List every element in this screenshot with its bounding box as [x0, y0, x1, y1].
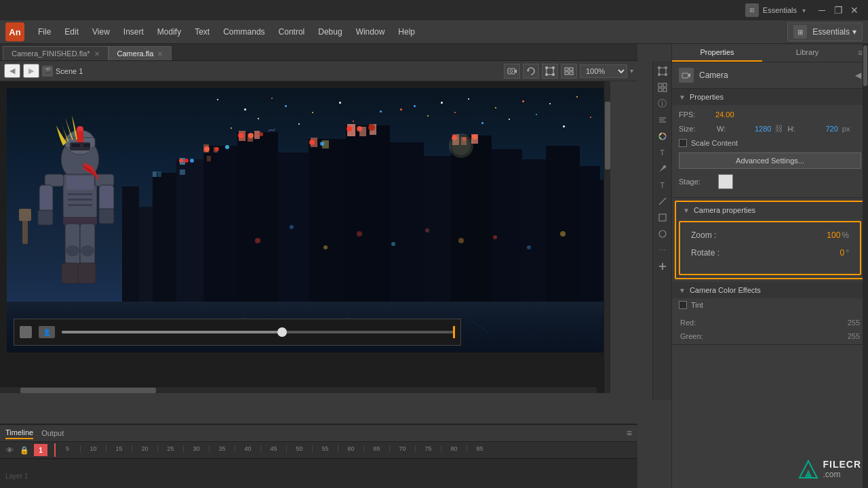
grid-panel-btn[interactable]: [655, 80, 670, 95]
panel-expand-icon[interactable]: ◀: [855, 70, 861, 80]
menu-edit[interactable]: Edit: [58, 24, 85, 39]
ruler-mark-35: 35: [209, 445, 235, 452]
canvas-vscrollbar-thumb[interactable]: [605, 102, 610, 169]
scene-canvas[interactable]: 〜: [7, 88, 604, 352]
svg-point-58: [320, 142, 324, 146]
scrubber-thumb[interactable]: [277, 327, 287, 337]
ruler-mark-45: 45: [260, 445, 286, 452]
align-panel-btn[interactable]: [655, 113, 670, 127]
svg-line-127: [659, 198, 666, 205]
svg-rect-105: [19, 209, 31, 221]
svg-rect-28: [254, 131, 260, 139]
scene-label[interactable]: Scene 1: [56, 67, 83, 75]
lock-toggle-btn[interactable]: 🔒: [19, 445, 30, 455]
eye-toggle-btn[interactable]: 👁: [4, 445, 15, 455]
height-value[interactable]: 720: [825, 125, 837, 133]
link-icon[interactable]: ⛓: [775, 124, 783, 134]
camera-color-effects-header[interactable]: ▼ Camera Color Effects: [672, 282, 868, 298]
scrubber-track[interactable]: [62, 331, 455, 333]
properties-section-label: Properties: [690, 93, 724, 101]
tint-checkbox[interactable]: [679, 301, 687, 309]
canvas-vscrollbar[interactable]: [604, 81, 610, 393]
workspace-label[interactable]: Essentials: [763, 6, 797, 14]
filecr-name: FILECR: [823, 460, 861, 470]
workspace-switcher[interactable]: ⊞ Essentials ▾: [787, 22, 863, 41]
green-value[interactable]: 255: [848, 332, 860, 340]
canvas-hscrollbar[interactable]: [0, 386, 597, 393]
tab-camera-finished[interactable]: Camera_FINISHED.fla* ✕: [3, 46, 108, 60]
menu-text[interactable]: Text: [188, 24, 216, 39]
info-panel-btn[interactable]: ⓘ: [655, 96, 670, 111]
tools-panel-btn[interactable]: T: [655, 145, 670, 160]
frame-indicator[interactable]: 1: [34, 444, 47, 456]
svg-point-53: [225, 145, 229, 149]
zoom-value[interactable]: 100: [816, 230, 840, 240]
svg-point-52: [215, 147, 219, 151]
red-value[interactable]: 255: [848, 319, 860, 327]
canvas-hscrollbar-thumb[interactable]: [20, 388, 156, 393]
minimize-button[interactable]: ─: [814, 2, 830, 18]
tab-library[interactable]: Library: [762, 44, 852, 62]
tab-camera-close[interactable]: ✕: [157, 50, 163, 58]
type-panel-btn[interactable]: T: [655, 178, 670, 192]
menu-debug[interactable]: Debug: [311, 24, 349, 39]
panel-scrollbar[interactable]: [863, 44, 868, 488]
timeline-tab-timeline[interactable]: Timeline: [5, 427, 33, 439]
transform-tool-button[interactable]: [542, 64, 558, 79]
menu-view[interactable]: View: [85, 24, 117, 39]
zoom-select[interactable]: 100% 50% 150% 200%: [580, 64, 627, 78]
svg-rect-98: [45, 174, 64, 186]
tab-properties[interactable]: Properties: [672, 44, 762, 62]
fps-row: FPS: 24.00: [679, 110, 861, 119]
nav-forward-button[interactable]: ▶: [23, 64, 39, 78]
rect-panel-btn[interactable]: [655, 210, 670, 225]
stage-color-picker[interactable]: [718, 174, 733, 189]
menu-control[interactable]: Control: [272, 24, 312, 39]
close-button[interactable]: ✕: [846, 2, 863, 18]
timeline-tab-output[interactable]: Output: [41, 428, 64, 439]
star-14: [576, 96, 578, 98]
fps-value[interactable]: 24.00: [715, 110, 734, 119]
menu-modify[interactable]: Modify: [151, 24, 188, 39]
menu-file[interactable]: File: [31, 24, 58, 39]
tab-camera-finished-close[interactable]: ✕: [94, 50, 100, 58]
advanced-settings-button[interactable]: Advanced Settings...: [679, 152, 861, 169]
scale-content-checkbox[interactable]: [679, 139, 687, 147]
menu-commands[interactable]: Commands: [216, 24, 271, 39]
svg-rect-0: [508, 68, 515, 74]
svg-rect-20: [180, 169, 185, 175]
color-panel-btn[interactable]: [655, 129, 670, 144]
more-panel-btn[interactable]: ⋯: [655, 243, 670, 258]
menu-insert[interactable]: Insert: [117, 24, 151, 39]
camera-properties-section: ▼ Camera properties Zoom : 100 % Rotate …: [675, 201, 865, 279]
camera-properties-header[interactable]: ▼ Camera properties: [676, 202, 864, 218]
circle-panel-btn[interactable]: [655, 226, 670, 241]
pen-panel-btn[interactable]: [655, 161, 670, 176]
panel-scrollbar-thumb[interactable]: [863, 45, 867, 86]
watermark: FILECR .com: [796, 458, 861, 481]
svg-rect-100: [95, 174, 114, 186]
star-5: [454, 112, 456, 113]
menu-window[interactable]: Window: [349, 24, 392, 39]
restore-button[interactable]: ❐: [830, 2, 846, 18]
workspace-icon: ⊞: [745, 3, 759, 17]
tab-camera[interactable]: Camera.fla ✕: [108, 46, 172, 60]
rotate-value[interactable]: 0: [821, 248, 844, 258]
timeline-tracks: Layer 1: [0, 459, 637, 488]
menu-help[interactable]: Help: [391, 24, 422, 39]
display-options-button[interactable]: [561, 64, 577, 79]
stage-row: Stage:: [679, 174, 861, 189]
snap-panel-btn[interactable]: [655, 259, 670, 274]
camera-tool-button[interactable]: [504, 64, 520, 79]
tab-camera-finished-label: Camera_FINISHED.fla*: [12, 49, 90, 58]
transform-panel-btn[interactable]: [655, 64, 670, 79]
svg-point-70: [357, 231, 362, 237]
nav-back-button[interactable]: ◀: [4, 64, 20, 78]
properties-section-header[interactable]: ▼ Properties: [672, 89, 868, 105]
line-panel-btn[interactable]: [655, 194, 670, 209]
playhead[interactable]: [54, 443, 56, 457]
rotation-tool-button[interactable]: [523, 64, 539, 79]
width-value[interactable]: 1280: [755, 125, 771, 133]
filecr-domain: .com: [823, 470, 861, 479]
timeline-menu-icon[interactable]: ≡: [627, 428, 632, 439]
